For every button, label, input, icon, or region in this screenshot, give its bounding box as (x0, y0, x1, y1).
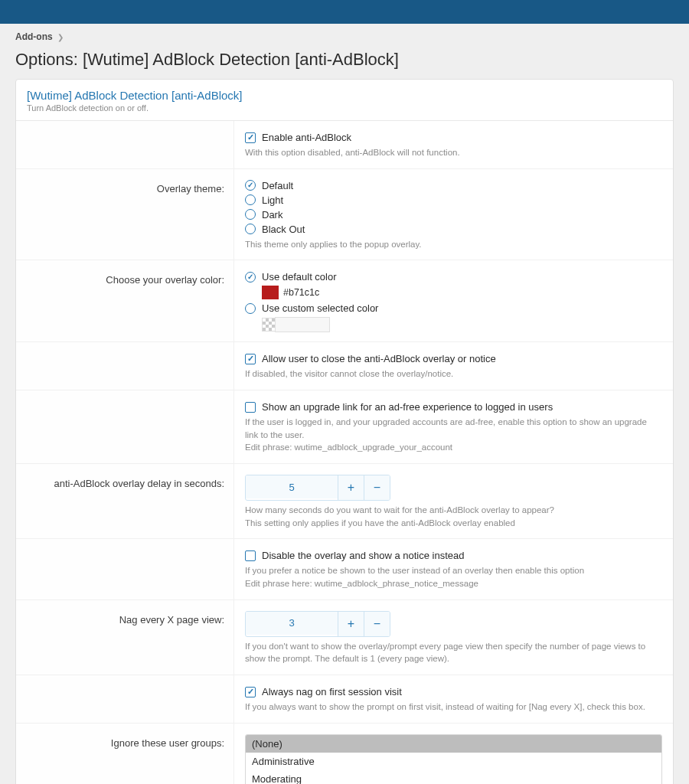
enable-hint: With this option disabled, anti-AdBlock … (245, 146, 662, 159)
upgrade-link-checkbox[interactable]: Show an upgrade link for an ad-free expe… (245, 401, 662, 413)
delay-increment-button[interactable]: + (338, 475, 364, 500)
chevron-right-icon: ❯ (57, 33, 64, 41)
checkbox-icon (245, 550, 256, 561)
ignore-groups-select[interactable]: (None) Administrative Moderating Registe… (245, 734, 662, 784)
delay-decrement-button[interactable]: − (364, 475, 390, 500)
checkbox-checked-icon (245, 132, 256, 143)
enable-label: Enable anti-AdBlock (262, 132, 351, 143)
custom-color-input[interactable] (275, 317, 330, 332)
always-nag-checkbox[interactable]: Always nag on first session visit (245, 686, 662, 697)
radio-icon (245, 194, 256, 205)
checkbox-checked-icon (245, 687, 256, 697)
always-nag-hint: If you always want to show the prompt on… (245, 701, 662, 714)
nag-label: Nag every X page view: (16, 600, 234, 675)
theme-hint: This theme only applies to the popup ove… (245, 238, 662, 251)
delay-label: anti-AdBlock overlay delay in seconds: (16, 464, 234, 538)
addon-subtitle: Turn AdBlock detection on or off. (27, 103, 662, 113)
nag-hint: If you don't want to show the overlay/pr… (245, 640, 662, 665)
group-option-admin[interactable]: Administrative (246, 753, 661, 770)
overlay-color-label: Choose your overlay color: (16, 260, 234, 341)
allow-close-checkbox[interactable]: Allow user to close the anti-AdBlock ove… (245, 353, 662, 364)
upgrade-link-hint: If the user is logged in, and your upgra… (245, 416, 662, 454)
delay-input[interactable] (246, 475, 338, 498)
theme-dark-radio[interactable]: Dark (245, 209, 662, 220)
theme-blackout-radio[interactable]: Black Out (245, 224, 662, 235)
breadcrumb: Add-ons ❯ (0, 24, 689, 47)
nag-input[interactable] (246, 612, 338, 635)
checkbox-icon (245, 402, 256, 413)
checkbox-checked-icon (245, 354, 256, 364)
nag-increment-button[interactable]: + (338, 612, 364, 636)
delay-stepper: + − (245, 475, 390, 501)
nag-stepper: + − (245, 611, 390, 637)
addon-title-link[interactable]: [Wutime] AdBlock Detection [anti-AdBlock… (27, 89, 662, 102)
radio-checked-icon (245, 180, 256, 191)
radio-icon (245, 209, 256, 220)
page-title: Options: [Wutime] AdBlock Detection [ant… (0, 47, 689, 79)
color-custom-radio[interactable]: Use custom selected color (245, 302, 662, 314)
group-option-moderating[interactable]: Moderating (246, 770, 661, 784)
breadcrumb-addons[interactable]: Add-ons (15, 31, 53, 42)
group-option-none[interactable]: (None) (246, 735, 661, 753)
allow-close-hint: If disabled, the visitor cannot close th… (245, 368, 662, 381)
top-bar (0, 0, 689, 24)
panel-header: [Wutime] AdBlock Detection [anti-AdBlock… (16, 80, 673, 121)
disable-overlay-checkbox[interactable]: Disable the overlay and show a notice in… (245, 550, 662, 561)
disable-overlay-hint: If you prefer a notice be shown to the u… (245, 564, 662, 590)
transparent-swatch-icon[interactable] (262, 318, 276, 332)
enable-antiadblock-checkbox[interactable]: Enable anti-AdBlock (245, 132, 662, 143)
overlay-theme-label: Overlay theme: (16, 169, 234, 260)
theme-light-radio[interactable]: Light (245, 194, 662, 206)
radio-checked-icon (245, 272, 256, 283)
radio-icon (245, 303, 256, 314)
color-swatch-icon (262, 286, 279, 299)
radio-icon (245, 224, 256, 234)
theme-default-radio[interactable]: Default (245, 180, 662, 191)
ignore-groups-label: Ignore these user groups: (16, 724, 234, 784)
color-default-radio[interactable]: Use default color (245, 271, 662, 283)
delay-hint: How many seconds do you want to wait for… (245, 504, 662, 529)
nag-decrement-button[interactable]: − (364, 612, 390, 636)
options-panel: [Wutime] AdBlock Detection [anti-AdBlock… (15, 79, 674, 784)
default-color-display: #b71c1c (262, 286, 662, 299)
